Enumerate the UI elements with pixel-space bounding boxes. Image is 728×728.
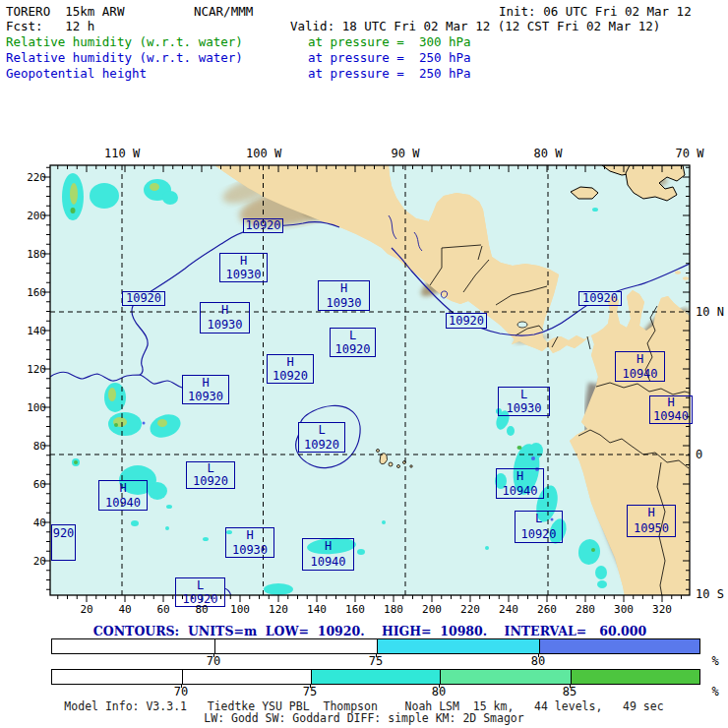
contour-label-text: H bbox=[303, 539, 353, 555]
contour-label-text: H bbox=[226, 528, 273, 543]
contour-label-text: H bbox=[183, 376, 228, 390]
contour-label-text: 10940 bbox=[99, 496, 147, 511]
colorbar-segment bbox=[539, 639, 699, 653]
contour-label-text: 10930 bbox=[319, 296, 369, 311]
contour-label-text: 10930 bbox=[226, 543, 273, 558]
contour-label-text: H bbox=[99, 481, 147, 496]
weather-plot-page: TORERO 15km ARW NCAR/MMM Init: 06 UTC Fr… bbox=[0, 0, 728, 728]
contour-label-text: 10950 bbox=[628, 521, 675, 537]
colorbar-segment bbox=[440, 670, 571, 684]
x-axis-label: 60 bbox=[152, 603, 175, 616]
longitude-label: 90 W bbox=[388, 147, 423, 160]
contour-label-text: L bbox=[516, 512, 562, 527]
colorbar-value-label: 80 bbox=[432, 685, 446, 698]
contour-label-box: H10940 bbox=[615, 351, 665, 382]
colorbar-value-label: 70 bbox=[207, 654, 220, 668]
model-info-line2: LW: Godd SW: Goddard DIFF: simple KM: 2D… bbox=[0, 711, 728, 725]
y-axis-label: 20 bbox=[23, 555, 46, 568]
contour-label-box: H10920 bbox=[267, 354, 314, 384]
colorbar-divider bbox=[440, 670, 441, 684]
colorbar-segment bbox=[377, 639, 539, 653]
contour-label-text: H bbox=[319, 281, 369, 296]
contour-label-text: 10930 bbox=[499, 401, 549, 415]
x-axis-label: 180 bbox=[382, 603, 405, 616]
colorbar-divider bbox=[182, 670, 183, 684]
contour-label-box: 10920 bbox=[243, 218, 283, 233]
contour-label-text: H bbox=[628, 506, 675, 521]
colorbar-segment bbox=[311, 670, 440, 684]
y-axis-label: 140 bbox=[23, 325, 46, 337]
colorbar-divider bbox=[311, 670, 312, 684]
colorbar-divider bbox=[571, 670, 572, 684]
colorbar-value-label: 75 bbox=[369, 654, 383, 668]
contour-label-text: 10940 bbox=[650, 410, 692, 424]
contour-label-box: H10930 bbox=[225, 527, 274, 558]
x-axis-label: 120 bbox=[267, 603, 290, 616]
colorbar-value-label: 80 bbox=[531, 654, 545, 668]
contour-label-text: 10920 bbox=[299, 438, 344, 453]
x-axis-label: 280 bbox=[574, 603, 597, 616]
colorbar-divider bbox=[539, 639, 540, 653]
contour-label-box: L10920 bbox=[330, 328, 376, 357]
colorbar-segment bbox=[182, 670, 311, 684]
x-axis-label: 20 bbox=[75, 603, 98, 616]
colorbar-segment bbox=[571, 670, 699, 684]
x-axis-label: 220 bbox=[458, 603, 482, 616]
y-axis-label: 160 bbox=[23, 286, 46, 299]
contour-label-box: L10920 bbox=[298, 422, 345, 453]
contour-label-text: 10920 bbox=[244, 219, 282, 232]
contour-label-text: H bbox=[616, 352, 664, 367]
colorbar-value-label: 70 bbox=[174, 685, 188, 698]
contour-label-text: 10920 bbox=[331, 342, 375, 356]
contour-label-text: 10920 bbox=[268, 369, 313, 383]
contour-label-box: 10920 bbox=[122, 291, 165, 306]
contour-label-box: H10950 bbox=[627, 505, 676, 537]
colorbar-divider bbox=[377, 639, 378, 653]
contour-label-text: H bbox=[220, 254, 267, 268]
x-axis-label: 300 bbox=[612, 603, 636, 616]
x-axis-label: 80 bbox=[190, 603, 213, 616]
contour-label-text: H bbox=[201, 303, 249, 318]
x-axis-label: 40 bbox=[113, 603, 137, 616]
contour-label-box: 920 bbox=[51, 524, 76, 561]
contour-label-text: 10940 bbox=[616, 367, 664, 382]
y-axis-label: 180 bbox=[23, 248, 46, 261]
contour-label-text: 10930 bbox=[220, 268, 267, 281]
contour-label-text: H bbox=[268, 355, 313, 369]
longitude-label: 80 W bbox=[530, 147, 566, 160]
y-axis-label: 80 bbox=[23, 440, 46, 453]
longitude-label: 110 W bbox=[104, 147, 140, 160]
colorbar-value-label: 75 bbox=[303, 685, 317, 698]
colorbar-segment bbox=[52, 639, 214, 653]
contour-label-box: H10940 bbox=[98, 480, 148, 511]
contour-label-text: L bbox=[299, 423, 344, 438]
x-axis-label: 160 bbox=[343, 603, 367, 616]
contour-label-text: 10920 bbox=[447, 314, 486, 328]
contour-label-box: H10930 bbox=[219, 253, 268, 282]
contour-label-text: L bbox=[331, 329, 375, 342]
x-axis-label: 200 bbox=[420, 603, 444, 616]
colorbar-percent-label: % bbox=[711, 654, 718, 668]
contour-label-box: L10930 bbox=[498, 387, 550, 416]
contour-label-box: H10940 bbox=[496, 468, 544, 499]
contour-label-text: 10920 bbox=[187, 475, 234, 488]
contour-label-text: L bbox=[176, 578, 224, 592]
longitude-label: 70 W bbox=[672, 147, 707, 160]
contour-label-box: L10920 bbox=[186, 461, 235, 489]
contour-label-text: 10930 bbox=[183, 390, 228, 403]
contour-label-text: 10920 bbox=[579, 292, 621, 305]
latitude-label: 0 bbox=[696, 448, 702, 461]
contour-label-text: 10930 bbox=[201, 318, 249, 333]
y-axis-label: 60 bbox=[23, 478, 46, 491]
colorbar-2 bbox=[51, 669, 700, 685]
x-axis-label: 240 bbox=[497, 603, 520, 616]
contour-label-text: H bbox=[650, 396, 692, 410]
y-axis-label: 200 bbox=[23, 210, 46, 222]
contour-label-box: H10930 bbox=[200, 302, 250, 334]
contour-label-text: 10940 bbox=[497, 484, 543, 499]
contour-label-box: H10940 bbox=[649, 395, 693, 424]
contour-label-text: 10940 bbox=[303, 555, 353, 571]
contour-label-box: H10940 bbox=[302, 538, 354, 571]
colorbar-segment bbox=[52, 670, 182, 684]
colorbar-segment bbox=[214, 639, 377, 653]
